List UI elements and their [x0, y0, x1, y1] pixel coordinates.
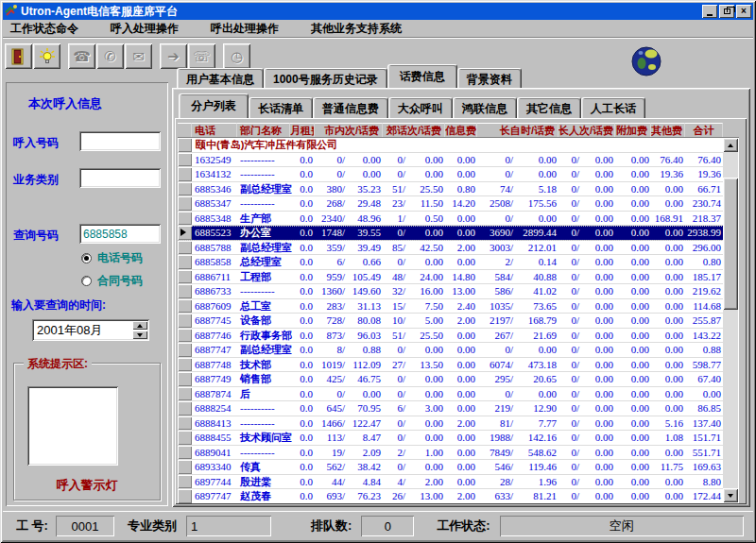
- table-row[interactable]: 6885858总经理室0.06/0.660/0.000.002/0.140/0.…: [178, 255, 724, 270]
- cell: 0.00: [615, 270, 651, 284]
- table-row[interactable]: 6885348生产部0.02340/48.961/0.500.000/0.000…: [178, 212, 724, 227]
- grid-vertical-scrollbar[interactable]: [723, 138, 738, 502]
- tab-sub-4[interactable]: 鸿联信息: [453, 97, 517, 118]
- row-header[interactable]: [178, 255, 192, 269]
- row-header[interactable]: [178, 475, 192, 489]
- row-header[interactable]: [178, 460, 192, 474]
- radio-phone-circle[interactable]: [81, 253, 92, 263]
- cell: 6885523: [192, 226, 237, 240]
- table-row[interactable]: 6887747副总经理室0.08/0.880/0.000.000/0.000/0…: [178, 343, 724, 358]
- tab-sub-6[interactable]: 人工长话: [581, 97, 645, 118]
- spin-down-icon[interactable]: [132, 331, 147, 339]
- table-row[interactable]: 6887609总工室0.0283/31.1315/7.502.401035/73…: [178, 299, 724, 314]
- restore-button[interactable]: [719, 5, 734, 18]
- row-header[interactable]: [178, 329, 192, 343]
- radio-contract-number[interactable]: 合同号码: [81, 273, 143, 289]
- close-button[interactable]: ×: [736, 5, 751, 18]
- system-prompt-area[interactable]: [27, 386, 118, 466]
- cell: 2.00: [445, 241, 477, 255]
- row-header[interactable]: [178, 241, 192, 255]
- row-header[interactable]: [178, 401, 192, 416]
- row-header[interactable]: [178, 284, 192, 298]
- tab-sub-2[interactable]: 普通信息费: [313, 97, 388, 118]
- menu-item-1[interactable]: 呼入处理操作: [107, 19, 192, 39]
- scroll-up-icon[interactable]: [723, 138, 738, 152]
- table-row[interactable]: 6889041----------0.019/2.092/1.000.00784…: [178, 446, 724, 461]
- table-row[interactable]: 6887746行政事务部0.0873/96.0351/25.500.00267/…: [178, 329, 724, 344]
- table-row[interactable]: 6885523办公室0.01748/39.550/0.000.003690/28…: [178, 226, 724, 241]
- row-header[interactable]: [178, 270, 192, 284]
- row-header[interactable]: [178, 431, 192, 445]
- exit-door-icon[interactable]: [5, 43, 32, 69]
- row-header[interactable]: [178, 182, 192, 196]
- row-header[interactable]: [178, 138, 192, 152]
- cell: 137.40: [685, 416, 723, 431]
- tab-main-1[interactable]: 1000号服务历史记录: [264, 68, 387, 88]
- table-row[interactable]: 6885788副总经理室0.0359/39.4985/42.502.003003…: [178, 241, 724, 256]
- cell: 6893340: [192, 460, 237, 474]
- caller-number-input[interactable]: [79, 131, 161, 151]
- column-header-3: 市内次/话费: [315, 123, 383, 137]
- query-month-spinner[interactable]: 2001年08月: [32, 319, 149, 341]
- table-row[interactable]: 6897744殷进棠0.044/4.844/2.000.0028/1.960/0…: [178, 475, 724, 490]
- statusbar: 工 号: 0001 专业类别 1 排队数: 0 工作状态: 空闲: [3, 511, 753, 540]
- spin-up-icon[interactable]: [132, 321, 147, 330]
- table-row[interactable]: 6888413----------0.01466/122.470/0.002.0…: [178, 416, 724, 432]
- row-header[interactable]: [178, 226, 192, 240]
- table-row[interactable]: 6897747赵茂春0.0693/76.2326/13.002.00633/81…: [178, 489, 724, 503]
- table-row[interactable]: 6887874后0.00/0.000/0.000.000/0.000/0.000…: [178, 387, 724, 402]
- row-header[interactable]: [178, 416, 192, 431]
- table-row[interactable]: 1632549----------0.00/0.000/0.000.000/0.…: [178, 153, 724, 168]
- row-header[interactable]: [178, 446, 192, 460]
- tab-main-3[interactable]: 背景资料: [457, 68, 522, 88]
- table-row[interactable]: 6886733----------0.01360/149.6032/16.001…: [178, 284, 724, 299]
- tab-main-0[interactable]: 用户基本信息: [177, 68, 264, 88]
- row-header[interactable]: [178, 372, 192, 386]
- cell: 8.80: [685, 475, 723, 489]
- table-row[interactable]: 6887749销售部0.0425/46.750/0.000.00295/20.6…: [178, 372, 724, 387]
- row-header[interactable]: [178, 153, 192, 167]
- row-header[interactable]: [178, 212, 192, 226]
- row-header[interactable]: [178, 343, 192, 357]
- menu-item-3[interactable]: 其他业务支持系统: [307, 19, 415, 39]
- cell: 86.85: [685, 401, 723, 416]
- tab-sub-1[interactable]: 长话清单: [249, 97, 313, 118]
- radio-contract-circle[interactable]: [81, 276, 92, 286]
- row-header[interactable]: [178, 358, 192, 372]
- row-header[interactable]: [178, 196, 192, 211]
- query-number-input[interactable]: [79, 224, 161, 244]
- table-row[interactable]: 6887745设备部0.0728/80.0810/5.002.002197/16…: [178, 314, 724, 329]
- tab-sub-3[interactable]: 大众呼叫: [388, 97, 453, 118]
- cell: 0/: [558, 372, 581, 386]
- cell: 96.03: [347, 329, 383, 343]
- hangup-call-icon: ✆: [96, 43, 124, 69]
- tab-sub-5[interactable]: 其它信息: [517, 97, 581, 118]
- row-header[interactable]: [178, 314, 192, 328]
- menu-item-2[interactable]: 呼出处理操作: [207, 19, 292, 39]
- table-row[interactable]: 1634132----------0.00/0.000/0.000.000/0.…: [178, 167, 724, 182]
- cell: 0/: [383, 343, 407, 357]
- table-row[interactable]: 6886711工程部0.0959/105.4948/24.0014.80584/…: [178, 270, 724, 285]
- row-header[interactable]: [178, 299, 192, 314]
- cell: 6886733: [192, 284, 237, 298]
- tab-main-2[interactable]: 话费信息: [387, 64, 457, 88]
- table-row[interactable]: 6885347----------0.0268/29.4823/11.5014.…: [178, 196, 724, 212]
- scroll-thumb[interactable]: [723, 178, 738, 310]
- row-header[interactable]: [178, 167, 192, 181]
- radio-phone-number[interactable]: 电话号码: [81, 250, 143, 266]
- service-type-input[interactable]: [79, 168, 161, 188]
- table-row[interactable]: 6887748技术部0.01019/112.0927/13.500.006074…: [178, 358, 724, 373]
- table-row[interactable]: 6888254----------0.0645/70.956/3.000.002…: [178, 401, 724, 416]
- row-header[interactable]: [178, 489, 192, 503]
- scroll-down-icon[interactable]: [723, 488, 738, 502]
- table-row[interactable]: 6888455技术顾问室0.0113/8.470/0.000.001988/14…: [178, 431, 724, 446]
- table-row[interactable]: 6885346副总经理室0.0380/35.2351/25.500.8074/5…: [178, 182, 724, 197]
- cell: 0.00: [615, 255, 651, 269]
- tab-sub-0[interactable]: 分户列表: [179, 93, 249, 118]
- minimize-button[interactable]: [702, 5, 717, 18]
- app-icon: [5, 4, 18, 20]
- table-row[interactable]: 6893340传真0.0562/38.420/0.000.00546/119.4…: [178, 460, 724, 475]
- menu-item-0[interactable]: 工作状态命令: [7, 19, 92, 39]
- alert-bulb-icon[interactable]: [33, 43, 60, 69]
- row-header[interactable]: [178, 387, 192, 401]
